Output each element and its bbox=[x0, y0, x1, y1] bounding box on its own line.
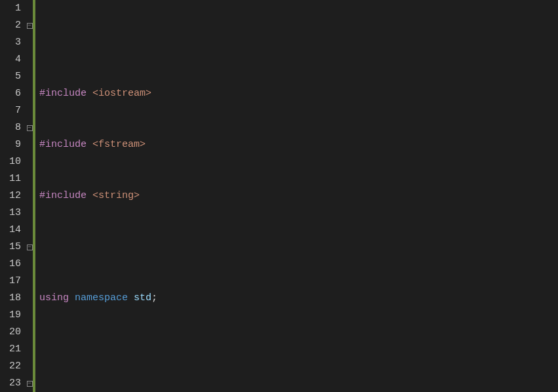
fold-minus-icon[interactable]: − bbox=[27, 125, 33, 131]
line-number: 23 bbox=[8, 375, 21, 392]
line-number: 12 bbox=[8, 187, 21, 205]
line-number: 8 bbox=[8, 119, 21, 136]
line-number: 7 bbox=[8, 102, 21, 119]
code-editor[interactable]: 1 2 3 4 5 6 7 8 9 10 11 12 13 14 15 16 1… bbox=[0, 0, 558, 392]
code-area[interactable]: #include <iostream> #include <fstream> #… bbox=[35, 0, 558, 392]
line-number: 22 bbox=[8, 358, 21, 375]
fold-minus-icon[interactable]: − bbox=[27, 381, 33, 387]
code-line: #include <fstream> bbox=[39, 136, 558, 153]
line-number: 5 bbox=[8, 68, 21, 85]
line-number: 6 bbox=[8, 85, 21, 102]
line-number-gutter: 1 2 3 4 5 6 7 8 9 10 11 12 13 14 15 16 1… bbox=[0, 0, 26, 392]
code-line: #include <iostream> bbox=[39, 85, 558, 102]
line-number: 9 bbox=[8, 136, 21, 153]
line-number: 19 bbox=[8, 307, 21, 324]
fold-minus-icon[interactable]: − bbox=[27, 23, 33, 29]
line-number: 17 bbox=[8, 273, 21, 290]
fold-minus-icon[interactable]: − bbox=[27, 245, 33, 250]
code-line bbox=[39, 341, 558, 358]
line-number: 16 bbox=[8, 256, 21, 273]
line-number: 10 bbox=[8, 153, 21, 170]
line-number: 3 bbox=[8, 34, 21, 51]
line-number: 2 bbox=[8, 17, 21, 34]
code-line: #include <string> bbox=[39, 187, 558, 205]
line-number: 1 bbox=[8, 0, 21, 17]
line-number: 11 bbox=[8, 170, 21, 187]
code-line: using namespace std; bbox=[39, 290, 558, 307]
line-number: 18 bbox=[8, 290, 21, 307]
line-number: 20 bbox=[8, 324, 21, 341]
code-line bbox=[39, 34, 558, 51]
line-number: 21 bbox=[8, 341, 21, 358]
line-number: 4 bbox=[8, 51, 21, 68]
line-number: 13 bbox=[8, 205, 21, 222]
fold-margin: − − − − bbox=[26, 0, 35, 392]
line-number: 15 bbox=[8, 239, 21, 256]
line-number: 14 bbox=[8, 222, 21, 239]
code-line bbox=[39, 239, 558, 256]
